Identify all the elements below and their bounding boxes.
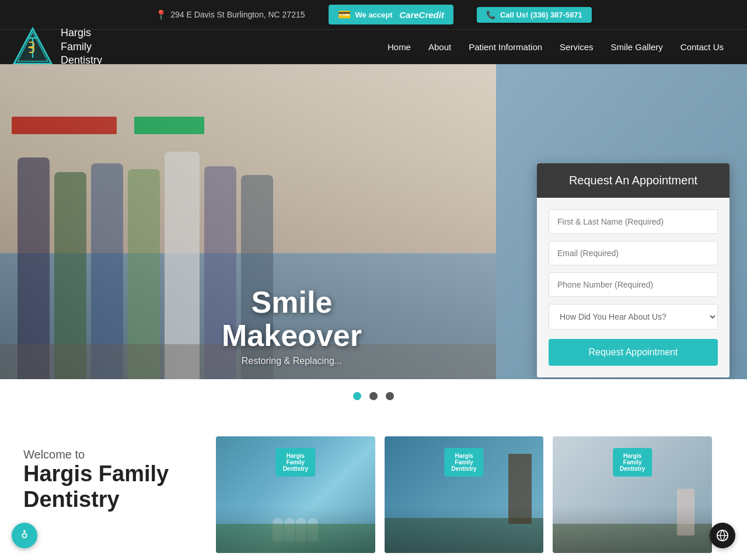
care-credit-brand: CareCredit [399,10,444,20]
appointment-form: Request An Appointment How Did You Hear … [537,163,729,377]
photo-card-3: HargisFamilyDentistry [553,436,712,553]
nav-link-home[interactable]: Home [388,39,411,55]
hero-text: Smile Makeover Restoring & Replacing... [222,286,362,366]
nav-item-smile-gallery[interactable]: Smile Gallery [611,42,663,52]
phone-icon: 📞 [486,10,495,19]
submit-button[interactable]: Request Appointment [549,339,718,366]
navigation: Hargis Family Dentistry Home About Patie… [0,29,747,64]
nav-link-about[interactable]: About [428,39,451,55]
nav-item-contact[interactable]: Contact Us [680,42,724,52]
nav-item-home[interactable]: Home [388,42,411,52]
credit-card-icon: 💳 [338,8,351,21]
translate-button[interactable] [710,523,735,548]
care-credit-button[interactable]: 💳 We accept CareCredit [329,5,453,24]
hero-section: Smile Makeover Restoring & Replacing... … [0,64,747,379]
email-input[interactable] [549,241,718,265]
logo-icon [12,26,54,68]
address-bar: 📍 294 E Davis St Burlington, NC 27215 [155,9,305,20]
accessibility-button[interactable] [12,523,37,548]
carousel-dots [0,379,747,413]
name-input[interactable] [549,209,718,234]
nav-menu: Home About Patient Information Services … [388,42,724,52]
photo-sign-3: HargisFamilyDentistry [613,448,652,477]
photo-people-1 [216,518,375,541]
form-header: Request An Appointment [537,163,729,198]
nav-item-patient-info[interactable]: Patient Information [469,42,542,52]
nav-link-contact[interactable]: Contact Us [680,39,724,55]
top-bar: 📍 294 E Davis St Burlington, NC 27215 💳 … [0,0,747,29]
globe-icon [716,529,729,542]
photo-sign-1: HargisFamilyDentistry [276,448,315,477]
photo-sign-2: HargisFamilyDentistry [444,448,483,477]
welcome-section: Welcome to Hargis Family Dentistry Hargi… [0,413,747,560]
photo-card-1: HargisFamilyDentistry [216,436,375,553]
carousel-dot-3[interactable] [386,392,394,400]
photo-card-2: HargisFamilyDentistry [385,436,544,553]
nav-item-about[interactable]: About [428,42,451,52]
call-button[interactable]: 📞 Call Us! (336) 387-5871 [477,7,592,23]
nav-link-services[interactable]: Services [560,39,594,55]
hero-subtext: Restoring & Replacing... [222,356,362,366]
carousel-dot-2[interactable] [369,392,378,400]
photo-grid: HargisFamilyDentistry HargisFamilyDentis… [216,436,712,553]
form-body: How Did You Hear About Us?GoogleFacebook… [537,198,729,377]
logo-text: Hargis Family Dentistry [61,26,102,67]
care-credit-label: We accept [355,10,393,19]
accessibility-icon [18,529,31,542]
nav-item-services[interactable]: Services [560,42,594,52]
address-text: 294 E Davis St Burlington, NC 27215 [170,10,305,19]
call-label: Call Us! (336) 387-5871 [500,10,582,19]
logo[interactable]: Hargis Family Dentistry [12,26,102,68]
hero-headline: Smile Makeover [222,286,362,352]
phone-input[interactable] [549,272,718,297]
carousel-dot-1[interactable] [353,392,361,400]
pin-icon: 📍 [155,9,167,20]
nav-link-patient-info[interactable]: Patient Information [469,39,542,55]
svg-point-4 [23,530,26,533]
welcome-subtitle: Welcome to [23,448,198,461]
nav-link-smile-gallery[interactable]: Smile Gallery [611,39,663,55]
welcome-text: Welcome to Hargis Family Dentistry [23,436,198,512]
referral-dropdown[interactable]: How Did You Hear About Us?GoogleFacebook… [549,304,718,330]
welcome-title: Hargis Family Dentistry [23,461,198,512]
